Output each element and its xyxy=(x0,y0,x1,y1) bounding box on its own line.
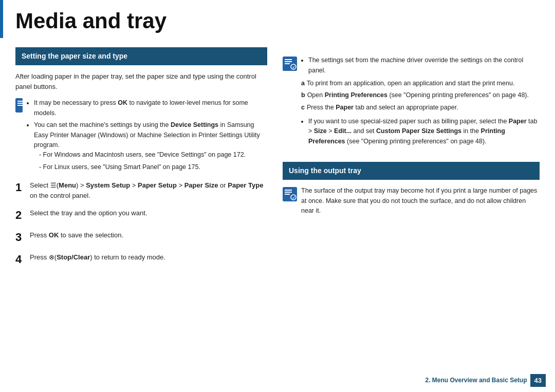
svg-rect-7 xyxy=(285,59,292,60)
svg-text:✓: ✓ xyxy=(292,65,295,70)
footer-chapter-text: 2. Menu Overview and Basic Setup xyxy=(425,376,527,385)
step-text-1: Select ☰(Menu) > System Setup > Paper Se… xyxy=(30,180,267,201)
alpha-list: aTo print from an application, open an a… xyxy=(301,79,540,113)
step-text-2: Select the tray and the option you want. xyxy=(30,208,147,218)
output-tray-note: ✓ The surface of the output tray may bec… xyxy=(283,186,540,216)
svg-text:✓: ✓ xyxy=(292,196,295,200)
driver-note-content: The settings set from the machine driver… xyxy=(301,55,540,150)
output-tray-note-content: The surface of the output tray may becom… xyxy=(301,186,540,216)
svg-rect-2 xyxy=(17,103,23,104)
steps-list: 1 Select ☰(Menu) > System Setup > Paper … xyxy=(15,180,267,267)
svg-rect-8 xyxy=(285,61,292,62)
step-4: 4 Press ⊗(Stop/Clear) to return to ready… xyxy=(15,252,267,267)
section-intro: After loading paper in the paper tray, s… xyxy=(15,71,267,92)
right-column: ✓ The settings set from the machine driv… xyxy=(283,41,540,368)
svg-rect-14 xyxy=(285,192,292,193)
step-number-4: 4 xyxy=(15,252,25,267)
step-text-3: Press OK to save the selection. xyxy=(30,230,123,240)
output-tray-note-icon: ✓ xyxy=(283,187,297,201)
svg-rect-9 xyxy=(285,63,290,64)
left-column: Setting the paper size and type After lo… xyxy=(15,41,267,368)
note-icon: ✓ xyxy=(15,98,23,113)
driver-note-box: ✓ The settings set from the machine driv… xyxy=(283,55,540,150)
step-text-4: Press ⊗(Stop/Clear) to return to ready m… xyxy=(30,252,165,263)
svg-rect-1 xyxy=(17,101,23,102)
svg-rect-3 xyxy=(17,105,23,106)
footer-page-number: 43 xyxy=(530,374,546,387)
footer: 2. Menu Overview and Basic Setup 43 xyxy=(0,369,555,393)
svg-rect-15 xyxy=(285,194,290,195)
step-number-3: 3 xyxy=(15,230,25,245)
step-number-2: 2 xyxy=(15,208,25,223)
note-content: It may be necessary to press OK to navig… xyxy=(27,98,267,174)
page-container: Media and tray Setting the paper size an… xyxy=(0,0,555,392)
page-title: Media and tray xyxy=(15,9,166,33)
step-number-1: 1 xyxy=(15,180,25,195)
output-tray-section-header: Using the output tray xyxy=(283,162,540,180)
setting-paper-section-header: Setting the paper size and type xyxy=(15,47,267,65)
step-2: 2 Select the tray and the option you wan… xyxy=(15,208,267,223)
step-3: 3 Press OK to save the selection. xyxy=(15,230,267,245)
driver-note-icon: ✓ xyxy=(283,57,297,71)
note-box: ✓ It may be necessary to press OK to nav… xyxy=(15,98,267,174)
svg-rect-13 xyxy=(285,190,292,191)
step-1: 1 Select ☰(Menu) > System Setup > Paper … xyxy=(15,180,267,201)
